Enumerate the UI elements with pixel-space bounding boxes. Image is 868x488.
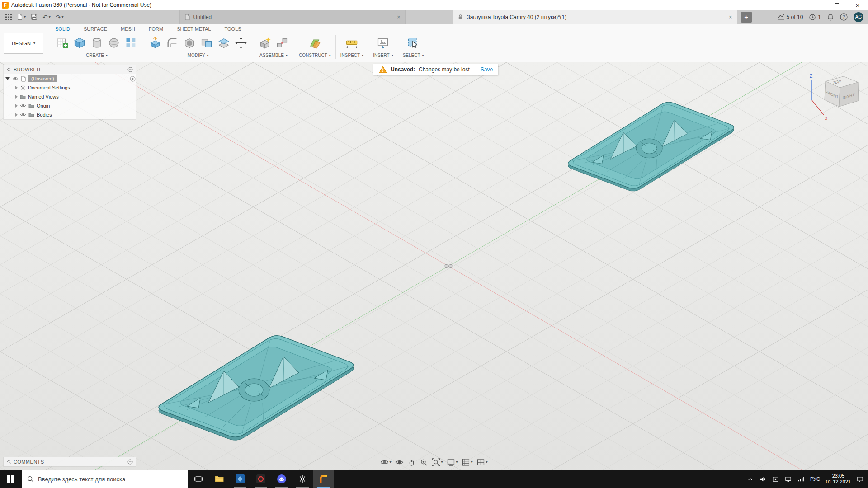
viewports-button[interactable]: ▾ (477, 458, 488, 466)
collapse-circle-icon[interactable] (127, 67, 133, 72)
file-explorer-button[interactable] (209, 470, 230, 488)
action-center-icon[interactable] (857, 476, 863, 483)
discord-button[interactable] (271, 470, 292, 488)
tab-tools[interactable]: TOOLS (225, 24, 241, 33)
measure-button[interactable] (344, 36, 359, 50)
help-button[interactable]: ? (840, 13, 848, 21)
viewport-canvas[interactable] (0, 62, 868, 470)
start-button[interactable] (0, 470, 22, 488)
cylinder-button[interactable] (90, 36, 104, 50)
folder-icon (20, 94, 26, 99)
expander-icon[interactable] (15, 113, 18, 117)
pan-button[interactable] (407, 458, 415, 466)
assemble-menu-button[interactable]: ASSEMBLE▾ (259, 53, 288, 58)
joint-button[interactable] (275, 36, 289, 50)
move-button[interactable] (234, 36, 248, 50)
visibility-eye-icon[interactable] (20, 113, 26, 117)
pattern-button[interactable] (124, 36, 138, 50)
maximize-button[interactable] (826, 0, 847, 10)
create-sketch-button[interactable] (55, 36, 70, 50)
browser-item-bodies[interactable]: Bodies (4, 110, 136, 119)
insert-menu-button[interactable]: INSERT▾ (373, 53, 393, 58)
look-at-button[interactable] (395, 458, 403, 466)
activate-radio-icon[interactable] (130, 76, 136, 82)
create-menu-button[interactable]: CREATE▾ (86, 53, 108, 58)
tab-form[interactable]: FORM (149, 24, 163, 33)
sphere-button[interactable] (107, 36, 121, 50)
app-blue-button[interactable] (230, 470, 250, 488)
expander-open-icon[interactable] (5, 77, 10, 80)
orbit-button[interactable]: ▾ (380, 458, 391, 466)
tab-untitled[interactable]: Untitled × (179, 10, 406, 24)
pattern-icon (125, 37, 137, 49)
close-button[interactable]: × (847, 0, 868, 10)
select-button[interactable] (406, 36, 420, 50)
select-menu-button[interactable]: SELECT▾ (403, 53, 424, 58)
construct-plane-button[interactable] (307, 36, 322, 50)
visibility-eye-icon[interactable] (12, 76, 19, 81)
tab-sheet-metal[interactable]: SHEET METAL (177, 24, 211, 33)
tab-surface[interactable]: SURFACE (84, 24, 107, 33)
taskbar-clock[interactable]: 23:05 01.12.2021 (826, 473, 851, 485)
quick-access-toolbar: ▾ ↶ ▾ ↷ ▾ (0, 10, 69, 24)
modify-menu-button[interactable]: MODIFY▾ (188, 53, 209, 58)
tray-expand-icon[interactable] (747, 476, 754, 483)
viewport[interactable]: BROWSER (Unsaved) Document Settings (0, 62, 868, 470)
app-grid-button[interactable] (5, 14, 12, 20)
fusion360-taskbar-button[interactable] (313, 470, 334, 488)
press-pull-button[interactable] (148, 36, 162, 50)
insert-button[interactable] (376, 36, 390, 50)
shell-button[interactable] (182, 36, 197, 50)
comments-bar[interactable]: COMMENTS (4, 457, 136, 466)
tab-active-document[interactable]: Заглушка Toyota Camry 40 (2 штуки)*(1) × (453, 10, 737, 24)
file-menu-button[interactable]: ▾ (17, 14, 26, 20)
collapse-circle-icon[interactable] (127, 459, 133, 465)
save-link[interactable]: Save (481, 66, 493, 73)
language-indicator[interactable]: РУС (810, 476, 820, 482)
notifications-button[interactable] (827, 14, 834, 21)
app-record-button[interactable] (250, 470, 271, 488)
tab-solid[interactable]: SOLID (55, 24, 70, 33)
job-status-button[interactable]: 5 of 10 (778, 14, 803, 21)
zoom-button[interactable] (420, 458, 428, 466)
save-button[interactable] (31, 14, 38, 20)
settings-button[interactable] (292, 470, 313, 488)
taskbar-search[interactable]: Введите здесь текст для поиска (22, 470, 188, 488)
expander-icon[interactable] (15, 104, 18, 108)
task-view-button[interactable] (188, 470, 209, 488)
browser-item-origin[interactable]: Origin (4, 101, 136, 110)
browser-root-row[interactable]: (Unsaved) (4, 74, 136, 83)
activity-button[interactable]: 1 (809, 14, 821, 21)
tray-app-icon[interactable] (772, 476, 779, 483)
browser-header[interactable]: BROWSER (4, 65, 136, 74)
expander-icon[interactable] (15, 95, 18, 99)
network-icon[interactable] (797, 476, 804, 483)
combine-button[interactable] (199, 36, 214, 50)
box-button[interactable] (72, 36, 87, 50)
undo-button[interactable]: ↶ ▾ (42, 14, 51, 21)
redo-button[interactable]: ↷ ▾ (56, 14, 64, 21)
new-component-button[interactable] (258, 36, 272, 50)
inspect-menu-button[interactable]: INSPECT▾ (340, 53, 363, 58)
minimize-button[interactable] (806, 0, 826, 10)
caret-down-icon: ▾ (486, 460, 488, 464)
workspace-switcher[interactable]: DESIGN ▾ (4, 33, 43, 54)
new-tab-button[interactable]: + (741, 12, 752, 23)
expander-icon[interactable] (15, 86, 18, 89)
tab-mesh[interactable]: MESH (121, 24, 135, 33)
offset-face-button[interactable] (217, 36, 231, 50)
display-settings-button[interactable]: ▾ (447, 458, 458, 466)
visibility-eye-icon[interactable] (20, 103, 26, 108)
browser-item-named-views[interactable]: Named Views (4, 92, 136, 101)
volume-icon[interactable] (760, 476, 766, 483)
tab-close-icon[interactable]: × (397, 14, 401, 20)
display-tray-icon[interactable] (785, 476, 792, 483)
fit-button[interactable]: ▾ (432, 458, 443, 466)
avatar[interactable]: AG (854, 12, 863, 22)
browser-item-document-settings[interactable]: Document Settings (4, 83, 136, 92)
tab-close-icon[interactable]: × (729, 14, 732, 20)
viewcube[interactable]: Z X TOP FRONT RIGHT (804, 72, 863, 124)
grid-snaps-button[interactable]: ▾ (462, 458, 473, 466)
construct-menu-button[interactable]: CONSTRUCT▾ (299, 53, 331, 58)
fillet-button[interactable] (165, 36, 179, 50)
